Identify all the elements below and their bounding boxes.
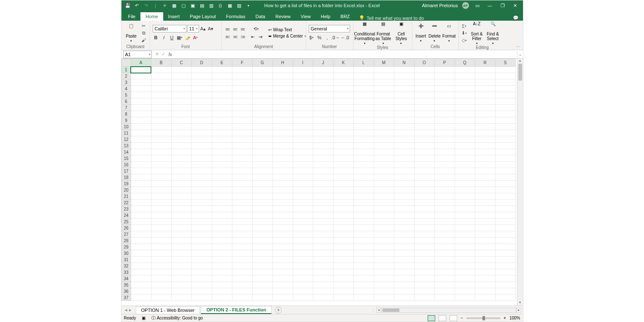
cell[interactable] — [353, 73, 374, 79]
column-header[interactable]: B — [151, 59, 171, 67]
cut-icon[interactable]: ✂ — [140, 23, 147, 29]
borders-qat-icon-4[interactable]: ▥ — [208, 3, 214, 8]
cell[interactable] — [333, 111, 353, 117]
cell[interactable] — [272, 288, 293, 295]
cell[interactable] — [232, 200, 252, 206]
cell[interactable] — [212, 269, 232, 276]
cell[interactable] — [191, 276, 212, 282]
cell[interactable] — [191, 124, 212, 130]
expand-formula-bar-icon[interactable]: ⌄ — [517, 51, 523, 57]
cell[interactable] — [212, 212, 232, 219]
cell[interactable] — [171, 282, 191, 288]
wrap-text-button[interactable]: ↩Wrap Text — [268, 27, 307, 32]
cell[interactable] — [272, 92, 293, 98]
cell[interactable] — [333, 282, 353, 288]
percent-button[interactable]: % — [316, 34, 323, 41]
cell[interactable] — [252, 105, 272, 111]
enter-formula-icon[interactable]: ✓ — [162, 51, 165, 57]
cell[interactable] — [151, 269, 171, 276]
cell[interactable] — [475, 98, 495, 105]
cell[interactable] — [171, 231, 191, 238]
cell[interactable] — [212, 124, 232, 130]
cell[interactable] — [151, 238, 171, 244]
cell[interactable] — [475, 67, 495, 73]
cell[interactable] — [414, 295, 434, 301]
cell[interactable] — [232, 168, 252, 174]
cell[interactable] — [434, 187, 455, 193]
cell[interactable] — [171, 98, 191, 105]
cell[interactable] — [414, 257, 434, 263]
cell[interactable] — [313, 206, 333, 212]
cell[interactable] — [151, 174, 171, 181]
cell[interactable] — [293, 117, 313, 124]
cell[interactable] — [313, 269, 333, 276]
cell[interactable] — [272, 155, 293, 162]
cell[interactable] — [333, 295, 353, 301]
cell[interactable] — [212, 86, 232, 92]
cell[interactable] — [374, 212, 394, 219]
row-header[interactable]: 20 — [121, 187, 131, 193]
cell[interactable] — [394, 73, 414, 79]
cell[interactable] — [313, 288, 333, 295]
cell[interactable] — [495, 263, 515, 269]
cell[interactable] — [212, 111, 232, 117]
cell[interactable] — [353, 187, 374, 193]
cell[interactable] — [313, 181, 333, 187]
cell[interactable] — [475, 219, 495, 225]
cell[interactable] — [353, 111, 374, 117]
cell[interactable] — [414, 105, 434, 111]
cell[interactable] — [333, 187, 353, 193]
cell[interactable] — [232, 73, 252, 79]
cell[interactable] — [252, 269, 272, 276]
cell[interactable] — [232, 155, 252, 162]
cell[interactable] — [475, 130, 495, 136]
new-sheet-button[interactable]: + — [275, 307, 282, 314]
cell[interactable] — [151, 206, 171, 212]
row-header[interactable]: 9 — [121, 117, 131, 124]
cell[interactable] — [272, 67, 293, 73]
cell[interactable] — [293, 111, 313, 117]
cell[interactable] — [434, 282, 455, 288]
cell[interactable] — [212, 200, 232, 206]
cell[interactable] — [333, 162, 353, 168]
cell[interactable] — [455, 193, 475, 200]
zoom-out-icon[interactable]: − — [461, 316, 463, 320]
cell[interactable] — [212, 295, 232, 301]
cell[interactable] — [495, 73, 515, 79]
cell[interactable] — [252, 73, 272, 79]
borders-qat-icon[interactable]: ▢ — [181, 3, 186, 8]
cell[interactable] — [232, 111, 252, 117]
cell[interactable] — [434, 117, 455, 124]
cell[interactable] — [191, 67, 212, 73]
cell[interactable] — [434, 105, 455, 111]
cell[interactable] — [374, 67, 394, 73]
cell[interactable] — [191, 288, 212, 295]
cell[interactable] — [151, 244, 171, 250]
cell[interactable] — [293, 187, 313, 193]
cell[interactable] — [353, 92, 374, 98]
cell[interactable] — [252, 155, 272, 162]
cell[interactable] — [374, 225, 394, 231]
column-header[interactable]: M — [374, 59, 394, 67]
cell[interactable] — [394, 124, 414, 130]
cell[interactable] — [313, 136, 333, 143]
cell[interactable] — [293, 86, 313, 92]
name-box[interactable]: A1▾ — [123, 51, 152, 58]
cell[interactable] — [333, 79, 353, 86]
cell[interactable] — [434, 155, 455, 162]
cell[interactable] — [374, 117, 394, 124]
cell[interactable] — [272, 143, 293, 149]
cell[interactable] — [475, 168, 495, 174]
cell[interactable] — [353, 263, 374, 269]
cell[interactable] — [495, 181, 515, 187]
cell[interactable] — [353, 238, 374, 244]
cell[interactable] — [313, 130, 333, 136]
cell[interactable] — [151, 92, 171, 98]
cell[interactable] — [434, 250, 455, 257]
decrease-font-icon[interactable]: A▾ — [207, 25, 214, 32]
cell[interactable] — [293, 231, 313, 238]
cell[interactable] — [353, 257, 374, 263]
cell[interactable] — [191, 257, 212, 263]
cell[interactable] — [353, 244, 374, 250]
cell[interactable] — [455, 181, 475, 187]
